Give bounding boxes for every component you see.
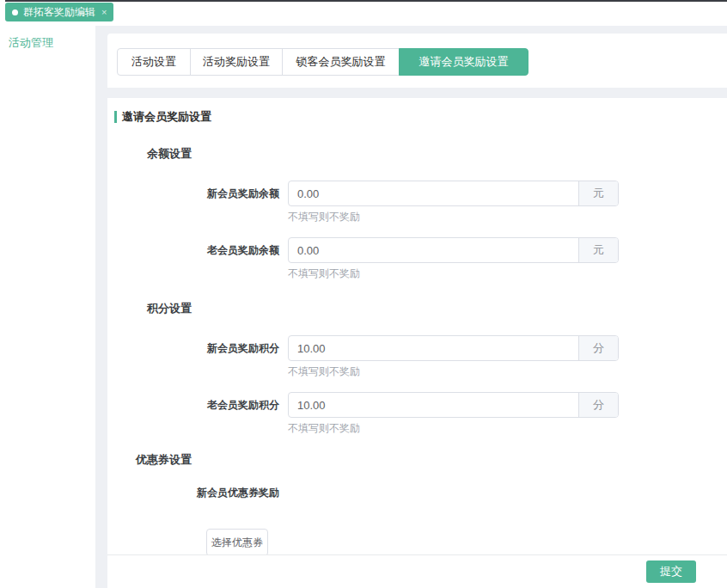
tab-invite-member-reward-settings[interactable]: 邀请会员奖励设置 xyxy=(399,48,528,76)
section-marker-bar xyxy=(114,111,117,123)
tabs-card: 活动设置 活动奖励设置 锁客会员奖励设置 邀请会员奖励设置 xyxy=(107,34,727,88)
hint-new-member-points: 不填写则不奖励 xyxy=(288,366,360,377)
top-tag-bar: 群拓客奖励编辑 × xyxy=(0,0,727,26)
hint-old-member-balance: 不填写则不奖励 xyxy=(288,268,360,279)
label-new-member-balance: 新会员奖励余额 xyxy=(107,181,279,206)
unit-yuan: 元 xyxy=(578,181,618,205)
label-old-member-balance: 老会员奖励余额 xyxy=(107,237,279,263)
app-screen: 群拓客奖励编辑 × 活动管理 活动设置 活动奖励设置 锁客会员奖励设置 邀请会员… xyxy=(0,0,727,588)
new-member-balance-input[interactable] xyxy=(289,181,578,205)
unit-yuan: 元 xyxy=(578,238,618,262)
tab-activity-reward-settings[interactable]: 活动奖励设置 xyxy=(190,48,283,76)
footer-bar: 提交 xyxy=(107,554,727,588)
active-dot-icon xyxy=(12,9,18,15)
sidebar: 活动管理 xyxy=(0,26,95,588)
unit-fen: 分 xyxy=(578,393,618,417)
old-member-points-input[interactable] xyxy=(289,393,578,417)
label-old-member-points: 老会员奖励积分 xyxy=(107,392,279,418)
hint-new-member-balance: 不填写则不奖励 xyxy=(288,211,360,222)
new-member-balance-field: 元 xyxy=(288,181,619,206)
group-title-points: 积分设置 xyxy=(107,303,192,315)
new-member-points-field: 分 xyxy=(288,335,619,361)
section-header: 邀请会员奖励设置 xyxy=(114,109,211,125)
hint-old-member-points: 不填写则不奖励 xyxy=(288,423,360,433)
group-title-coupon: 优惠券设置 xyxy=(107,454,192,466)
select-coupon-button[interactable]: 选择优惠券 xyxy=(206,529,268,554)
old-member-points-field: 分 xyxy=(288,392,619,418)
page-tag-label: 群拓客奖励编辑 xyxy=(23,5,95,20)
top-divider xyxy=(5,0,727,2)
new-member-points-input[interactable] xyxy=(289,336,578,360)
old-member-balance-input[interactable] xyxy=(289,238,578,262)
tab-activity-settings[interactable]: 活动设置 xyxy=(117,48,191,76)
submit-button[interactable]: 提交 xyxy=(646,560,696,583)
content-card: 邀请会员奖励设置 余额设置 新会员奖励余额 元 不填写则不奖励 老会员奖励余额 … xyxy=(107,98,727,554)
close-icon[interactable]: × xyxy=(101,7,107,17)
label-new-member-points: 新会员奖励积分 xyxy=(107,335,279,361)
page-tag-active[interactable]: 群拓客奖励编辑 × xyxy=(5,3,113,21)
sidebar-item-activity-management[interactable]: 活动管理 xyxy=(0,26,95,60)
unit-fen: 分 xyxy=(578,336,618,360)
label-new-member-coupon: 新会员优惠券奖励 xyxy=(107,480,279,505)
section-title: 邀请会员奖励设置 xyxy=(122,109,211,125)
tab-lock-member-reward-settings[interactable]: 锁客会员奖励设置 xyxy=(282,48,400,76)
tab-group: 活动设置 活动奖励设置 锁客会员奖励设置 邀请会员奖励设置 xyxy=(117,48,528,76)
old-member-balance-field: 元 xyxy=(288,237,619,263)
group-title-balance: 余额设置 xyxy=(107,148,192,160)
